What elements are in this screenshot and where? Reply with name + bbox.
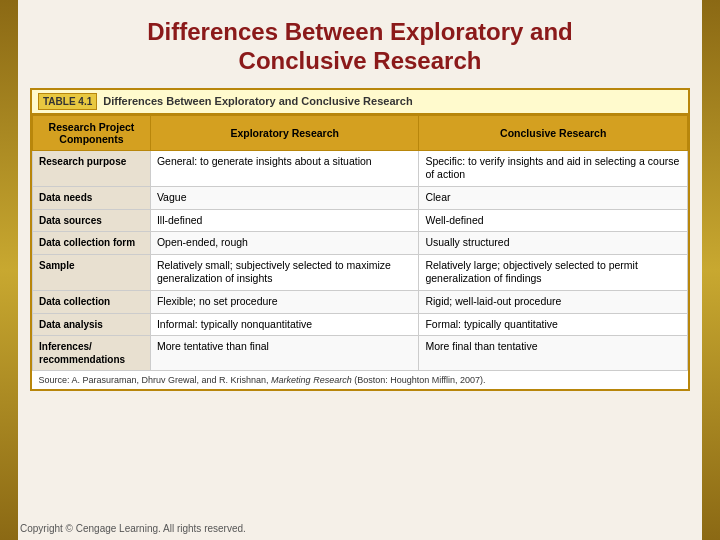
row-exploratory: General: to generate insights about a si…	[150, 150, 419, 186]
slide-title: Differences Between Exploratory and Conc…	[147, 18, 572, 76]
row-component: Data sources	[33, 209, 151, 232]
col-header-exploratory: Exploratory Research	[150, 115, 419, 150]
row-component: Data collection form	[33, 232, 151, 255]
row-conclusive: More final than tentative	[419, 336, 688, 371]
row-component: Data needs	[33, 186, 151, 209]
col-header-conclusive: Conclusive Research	[419, 115, 688, 150]
table-header-title: Differences Between Exploratory and Conc…	[103, 95, 412, 107]
row-conclusive: Relatively large; objectively selected t…	[419, 254, 688, 290]
table-row: Data analysisInformal: typically nonquan…	[33, 313, 688, 336]
row-component: Sample	[33, 254, 151, 290]
row-component: Data collection	[33, 291, 151, 314]
table-header-row: TABLE 4.1 Differences Between Explorator…	[32, 90, 688, 115]
row-conclusive: Clear	[419, 186, 688, 209]
row-exploratory: Ill-defined	[150, 209, 419, 232]
col-header-component: Research ProjectComponents	[33, 115, 151, 150]
table-row: Data needsVagueClear	[33, 186, 688, 209]
table-row: SampleRelatively small; subjectively sel…	[33, 254, 688, 290]
title-line2: Conclusive Research	[239, 47, 482, 74]
title-line1: Differences Between Exploratory and	[147, 18, 572, 45]
copyright-notice: Copyright © Cengage Learning. All rights…	[20, 523, 246, 534]
row-exploratory: Flexible; no set procedure	[150, 291, 419, 314]
row-component: Data analysis	[33, 313, 151, 336]
left-decorative-bar	[0, 0, 18, 540]
table-row: Data collection formOpen-ended, roughUsu…	[33, 232, 688, 255]
row-exploratory: Vague	[150, 186, 419, 209]
table-row: Data sourcesIll-definedWell-defined	[33, 209, 688, 232]
table-row: Data collectionFlexible; no set procedur…	[33, 291, 688, 314]
row-exploratory: Open-ended, rough	[150, 232, 419, 255]
row-conclusive: Formal: typically quantitative	[419, 313, 688, 336]
row-conclusive: Usually structured	[419, 232, 688, 255]
row-conclusive: Specific: to verify insights and aid in …	[419, 150, 688, 186]
row-component: Inferences/ recommendations	[33, 336, 151, 371]
row-exploratory: More tentative than final	[150, 336, 419, 371]
table-row: Research purposeGeneral: to generate ins…	[33, 150, 688, 186]
right-decorative-bar	[702, 0, 720, 540]
table-row: Inferences/ recommendationsMore tentativ…	[33, 336, 688, 371]
comparison-table: Research ProjectComponents Exploratory R…	[32, 115, 688, 390]
row-exploratory: Informal: typically nonquantitative	[150, 313, 419, 336]
table-label: TABLE 4.1	[38, 93, 97, 110]
source-row: Source: A. Parasuraman, Dhruv Grewal, an…	[33, 371, 688, 390]
slide-container: Differences Between Exploratory and Conc…	[0, 0, 720, 540]
row-conclusive: Well-defined	[419, 209, 688, 232]
row-component: Research purpose	[33, 150, 151, 186]
row-conclusive: Rigid; well-laid-out procedure	[419, 291, 688, 314]
table-wrapper: TABLE 4.1 Differences Between Explorator…	[30, 88, 690, 392]
row-exploratory: Relatively small; subjectively selected …	[150, 254, 419, 290]
